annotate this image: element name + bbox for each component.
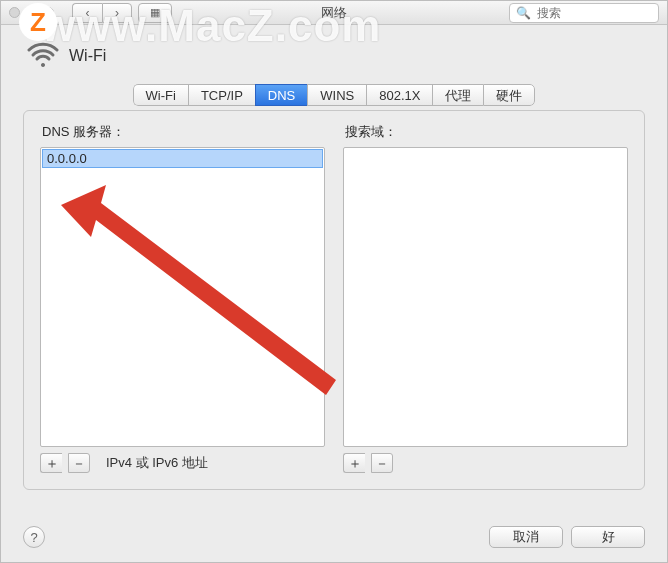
- tab-hardware[interactable]: 硬件: [483, 84, 535, 106]
- interface-name: Wi-Fi: [69, 47, 106, 65]
- tab-bar: Wi-Fi TCP/IP DNS WINS 802.1X 代理 硬件: [133, 84, 536, 106]
- add-search-domain-button[interactable]: ＋: [343, 453, 365, 473]
- search-domains-label: 搜索域：: [345, 123, 628, 141]
- remove-dns-button[interactable]: －: [68, 453, 90, 473]
- wifi-icon: [27, 41, 59, 70]
- window-title: 网络: [1, 4, 667, 22]
- add-dns-button[interactable]: ＋: [40, 453, 62, 473]
- tab-proxy[interactable]: 代理: [432, 84, 483, 106]
- tab-wifi[interactable]: Wi-Fi: [133, 84, 188, 106]
- tab-tcpip[interactable]: TCP/IP: [188, 84, 255, 106]
- dns-servers-list[interactable]: 0.0.0.0: [40, 147, 325, 447]
- dns-servers-label: DNS 服务器：: [42, 123, 325, 141]
- help-button[interactable]: ?: [23, 526, 45, 548]
- cancel-button[interactable]: 取消: [489, 526, 563, 548]
- remove-search-domain-button[interactable]: －: [371, 453, 393, 473]
- dns-server-entry[interactable]: 0.0.0.0: [43, 150, 322, 167]
- ok-button[interactable]: 好: [571, 526, 645, 548]
- tab-8021x[interactable]: 802.1X: [366, 84, 432, 106]
- dns-hint: IPv4 或 IPv6 地址: [106, 454, 208, 472]
- tab-wins[interactable]: WINS: [307, 84, 366, 106]
- tab-dns[interactable]: DNS: [255, 84, 307, 106]
- search-domains-list[interactable]: [343, 147, 628, 447]
